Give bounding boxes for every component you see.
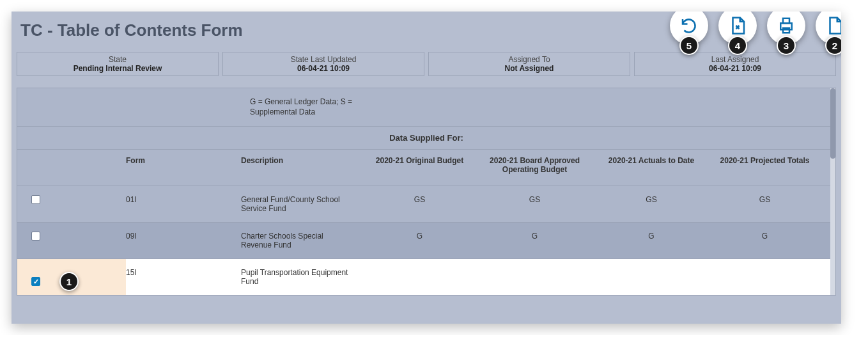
row-d2-cell: G xyxy=(476,232,594,241)
row-checkbox-cell xyxy=(17,232,126,242)
callout-badge-1: 1 xyxy=(59,272,79,291)
undo-button[interactable]: 5 xyxy=(670,12,708,45)
column-headers: Form Description 2020-21 Original Budget… xyxy=(17,149,835,186)
status-state: State Pending Internal Review xyxy=(17,52,219,76)
row-form-cell: 01I xyxy=(126,195,241,204)
status-value: Pending Internal Review xyxy=(21,64,214,73)
col-original-budget-header: 2020-21 Original Budget xyxy=(364,156,476,165)
col-projected-header: 2020-21 Projected Totals xyxy=(709,156,821,165)
status-label: State Last Updated xyxy=(227,55,420,64)
table-row[interactable]: 01I General Fund/County School Service F… xyxy=(17,186,835,222)
status-assigned-to: Assigned To Not Assigned xyxy=(428,52,630,76)
table-row[interactable]: 09I Charter Schools Special Revenue Fund… xyxy=(17,222,835,258)
status-value: 06-04-21 10:09 xyxy=(639,64,832,73)
callout-badge-5: 5 xyxy=(679,36,699,55)
table-row[interactable]: 1 15I Pupil Transportation Equipment Fun… xyxy=(17,258,835,295)
status-label: Assigned To xyxy=(433,55,626,64)
callout-badge-2: 2 xyxy=(825,36,841,55)
toolbar: 5 4 3 2 xyxy=(670,12,841,45)
new-document-button[interactable]: 2 xyxy=(816,12,841,45)
printer-icon xyxy=(777,16,796,35)
row-d1-cell: G xyxy=(364,232,476,241)
row-d2-cell: GS xyxy=(476,195,594,204)
row-d1-cell: GS xyxy=(364,195,476,204)
row-desc-cell: Charter Schools Special Revenue Fund xyxy=(241,232,364,249)
col-desc-header: Description xyxy=(241,156,364,165)
legend-text: G = General Ledger Data; S = Supplementa… xyxy=(250,97,378,117)
file-x-icon xyxy=(728,16,747,35)
row-d3-cell: GS xyxy=(594,195,709,204)
col-actuals-header: 2020-21 Actuals to Date xyxy=(594,156,709,165)
row-desc-cell: General Fund/County School Service Fund xyxy=(241,195,364,213)
main-panel: 5 4 3 2 TC - Table of Contents Form Stat… xyxy=(12,12,841,324)
row-d4-cell: G xyxy=(709,232,821,241)
status-updated: State Last Updated 06-04-21 10:09 xyxy=(222,52,424,76)
status-label: State xyxy=(21,55,214,64)
status-label: Last Assigned xyxy=(639,55,832,64)
status-last-assigned: Last Assigned 06-04-21 10:09 xyxy=(634,52,836,76)
row-checkbox[interactable] xyxy=(31,277,40,286)
callout-badge-4: 4 xyxy=(728,36,747,55)
svg-rect-1 xyxy=(783,19,789,24)
row-checkbox-cell: 1 xyxy=(17,259,126,295)
row-form-cell: 15I xyxy=(126,268,241,277)
status-value: 06-04-21 10:09 xyxy=(227,64,420,73)
export-excel-button[interactable]: 4 xyxy=(718,12,757,45)
row-d4-cell: GS xyxy=(709,195,821,204)
legend-row: G = General Ledger Data; S = Supplementa… xyxy=(17,88,835,126)
row-form-cell: 09I xyxy=(126,232,241,241)
content-area: G = General Ledger Data; S = Supplementa… xyxy=(17,88,836,296)
status-bar: State Pending Internal Review State Last… xyxy=(17,52,836,76)
row-desc-cell: Pupil Transportation Equipment Fund xyxy=(241,268,364,286)
row-checkbox[interactable] xyxy=(31,195,40,204)
scrollbar-thumb[interactable] xyxy=(830,88,835,159)
document-icon xyxy=(825,16,841,35)
row-checkbox-cell xyxy=(17,195,126,206)
col-form-header: Form xyxy=(126,156,241,165)
scrollbar-track[interactable] xyxy=(830,88,835,295)
print-button[interactable]: 3 xyxy=(767,12,805,45)
row-d3-cell: G xyxy=(594,232,709,241)
col-board-approved-header: 2020-21 Board Approved Operating Budget xyxy=(476,156,594,174)
row-checkbox[interactable] xyxy=(31,232,40,241)
undo-icon xyxy=(679,16,699,35)
status-value: Not Assigned xyxy=(433,64,626,73)
data-supplied-header: Data Supplied For: xyxy=(17,126,835,149)
callout-badge-3: 3 xyxy=(777,36,796,55)
